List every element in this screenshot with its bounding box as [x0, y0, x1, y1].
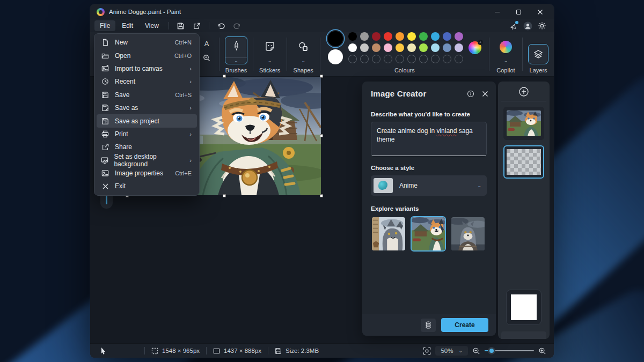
selection-handle[interactable]	[223, 194, 226, 197]
file-menu-save[interactable]: Save Ctrl+S	[97, 88, 197, 101]
layer-item-1[interactable]	[503, 107, 544, 140]
chevron-down-icon: ⌄	[477, 183, 481, 188]
color-swatch[interactable]	[372, 32, 380, 41]
close-button[interactable]	[529, 5, 551, 19]
color-swatch[interactable]	[372, 43, 380, 52]
secondary-colour-swatch[interactable]	[328, 49, 343, 64]
image-creator-title: Image Creator	[371, 89, 426, 98]
file-menu-print[interactable]: Print ›	[97, 128, 197, 141]
prompt-input[interactable]: Create anime dog in vinland saga theme	[371, 122, 487, 156]
color-swatch[interactable]	[431, 32, 440, 41]
empty-color-slot[interactable]	[407, 55, 416, 63]
empty-color-slot[interactable]	[455, 55, 463, 63]
selection-handle[interactable]	[223, 75, 226, 78]
color-swatch[interactable]	[360, 32, 369, 41]
copilot-section: ⌄ Copilot	[489, 32, 522, 76]
zoom-out-icon[interactable]	[472, 347, 480, 355]
color-swatch[interactable]	[419, 32, 428, 41]
paint-window: Anime Dogge.paint - Paint File Edit View	[90, 4, 554, 358]
status-bar: 1548 × 965px 1437 × 888px Size: 2.3MB 50…	[90, 343, 554, 358]
selection-size-group: 1548 × 965px	[145, 348, 206, 354]
file-menu-share[interactable]: Share	[97, 141, 197, 153]
feedback-icon[interactable]	[509, 22, 518, 30]
variant-thumbnail-2[interactable]	[411, 216, 446, 252]
account-icon[interactable]	[523, 21, 532, 31]
add-layer-button[interactable]	[518, 86, 530, 98]
style-dropdown[interactable]: Anime ⌄	[371, 175, 487, 196]
menu-view[interactable]: View	[140, 20, 164, 31]
file-menu-new[interactable]: New Ctrl+N	[97, 36, 197, 49]
minimize-button[interactable]	[486, 5, 508, 19]
menu-edit[interactable]: Edit	[116, 20, 138, 31]
file-menu-exit[interactable]: Exit	[97, 180, 197, 193]
empty-color-slot[interactable]	[431, 55, 440, 63]
create-button[interactable]: Create	[441, 318, 488, 332]
selection-handle[interactable]	[320, 75, 323, 78]
redo-icon[interactable]	[230, 20, 245, 31]
menu-file[interactable]: File	[94, 20, 115, 31]
empty-color-slot[interactable]	[419, 55, 428, 63]
shapes-button[interactable]: ⌄	[292, 36, 314, 64]
color-swatch[interactable]	[384, 43, 392, 52]
settings-gear-icon[interactable]	[538, 21, 546, 30]
maximize-button[interactable]	[508, 5, 529, 19]
layer-item-2-selected[interactable]	[503, 145, 544, 179]
zoom-in-icon[interactable]	[538, 347, 548, 355]
close-panel-icon[interactable]	[482, 91, 488, 97]
color-swatch[interactable]	[443, 32, 451, 41]
zoom-level-dropdown[interactable]: 50% ⌄	[435, 346, 468, 356]
save-icon	[101, 91, 109, 99]
zoom-slider-thumb[interactable]	[488, 347, 495, 354]
color-swatch[interactable]	[455, 43, 463, 52]
color-swatch[interactable]	[455, 32, 463, 41]
empty-color-slot[interactable]	[443, 55, 451, 63]
color-swatch[interactable]	[384, 32, 392, 41]
zoom-slider[interactable]	[485, 347, 534, 354]
selection-handle[interactable]	[320, 194, 323, 197]
credits-button[interactable]	[421, 319, 436, 332]
color-swatch[interactable]	[348, 43, 357, 52]
file-menu-import[interactable]: Import to canvas ›	[97, 62, 197, 75]
color-swatch[interactable]	[348, 32, 357, 41]
empty-color-slot[interactable]	[372, 55, 380, 63]
stickers-button[interactable]: ⌄	[259, 36, 281, 64]
color-swatch[interactable]	[396, 32, 404, 41]
edit-colours-wheel[interactable]: +	[469, 41, 481, 54]
file-menu-set-background[interactable]: Set as desktop background ›	[97, 154, 197, 167]
background-layer[interactable]	[506, 290, 541, 325]
color-swatch[interactable]	[419, 43, 428, 52]
file-menu-image-properties[interactable]: Image properties Ctrl+E	[97, 167, 197, 180]
selection-handle[interactable]	[320, 134, 323, 137]
plus-icon: +	[478, 40, 483, 45]
magnifier-tool[interactable]	[200, 51, 214, 64]
empty-color-slot[interactable]	[348, 55, 357, 63]
variant-thumbnail-1[interactable]	[371, 216, 406, 252]
copilot-icon	[500, 41, 512, 53]
brushes-button[interactable]: ⌄	[225, 36, 247, 64]
file-menu-recent[interactable]: Recent ›	[97, 75, 197, 88]
copilot-button[interactable]: ⌄	[494, 36, 517, 64]
empty-color-slot[interactable]	[396, 55, 404, 63]
file-menu-open[interactable]: Open Ctrl+O	[97, 49, 197, 62]
save-icon[interactable]	[173, 20, 188, 31]
titlebar[interactable]: Anime Dogge.paint - Paint	[90, 4, 554, 19]
color-swatch[interactable]	[443, 43, 451, 52]
color-swatch[interactable]	[360, 43, 369, 52]
layers-button[interactable]	[528, 44, 548, 64]
empty-color-slot[interactable]	[360, 55, 369, 63]
file-menu-save-as[interactable]: Save as ›	[97, 101, 197, 114]
text-tool[interactable]: A	[200, 37, 214, 50]
info-icon[interactable]	[467, 90, 474, 98]
share-icon[interactable]	[189, 20, 204, 31]
variant-thumbnail-3[interactable]	[450, 216, 486, 252]
file-menu-save-as-project[interactable]: Save as project	[97, 114, 197, 127]
color-swatch[interactable]	[396, 43, 404, 52]
describe-label: Describe what you'd like to create	[371, 111, 487, 117]
empty-color-slot[interactable]	[384, 55, 392, 63]
primary-colour-swatch[interactable]	[328, 31, 343, 46]
undo-icon[interactable]	[214, 20, 229, 31]
color-swatch[interactable]	[431, 43, 440, 52]
color-swatch[interactable]	[407, 32, 416, 41]
color-swatch[interactable]	[407, 43, 416, 52]
fit-to-screen-icon[interactable]	[423, 347, 431, 355]
